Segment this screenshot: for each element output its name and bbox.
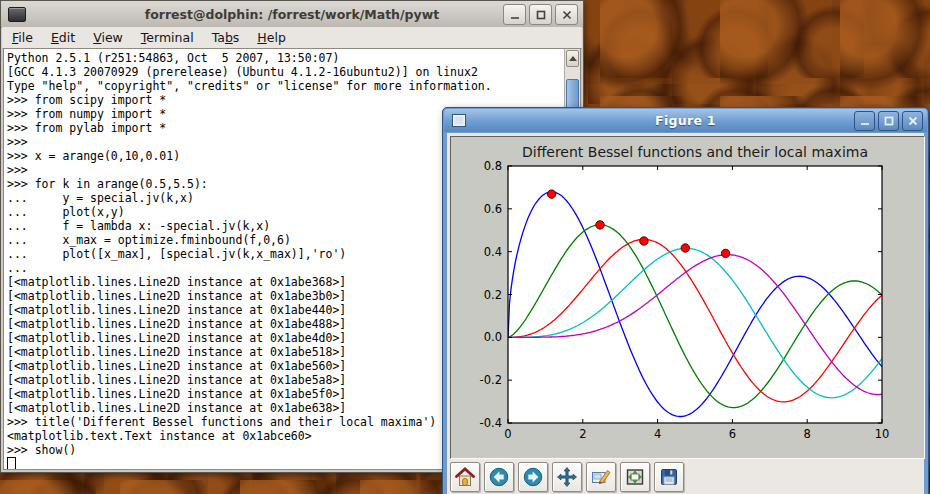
y-tick-label: 0.4 xyxy=(484,245,502,259)
y-tick-label: 0.0 xyxy=(484,330,502,344)
configure-subplots-button[interactable] xyxy=(620,462,650,492)
x-tick-label: 2 xyxy=(579,427,586,441)
x-tick-label: 6 xyxy=(729,427,736,441)
y-tick-label: -0.2 xyxy=(480,373,502,387)
terminal-maximize-button[interactable] xyxy=(529,4,552,25)
x-tick-label: 4 xyxy=(654,427,661,441)
back-button[interactable] xyxy=(484,462,514,492)
x-tick-label: 0 xyxy=(504,427,511,441)
home-button[interactable] xyxy=(450,462,480,492)
home-icon xyxy=(454,466,476,488)
configure-subplots-icon xyxy=(624,466,646,488)
plot-canvas[interactable]: 02468100.80.60.40.20.0-0.2-0.4Different … xyxy=(450,136,925,459)
zoom-to-rect-icon xyxy=(590,466,612,488)
x-tick-label: 10 xyxy=(875,427,890,441)
menu-item-edit[interactable]: Edit xyxy=(42,28,84,47)
figure-close-button[interactable] xyxy=(902,111,923,131)
close-icon xyxy=(908,116,918,126)
terminal-line: [GCC 4.1.3 20070929 (prerelease) (Ubuntu… xyxy=(7,65,562,79)
menu-item-tabs[interactable]: Tabs xyxy=(203,28,249,47)
pan-button[interactable] xyxy=(552,462,582,492)
figure-window: Figure 1 02468100.80.60.40.20.0-0.2-0.4D… xyxy=(442,107,929,494)
figure-titlebar[interactable]: Figure 1 xyxy=(444,109,927,132)
forward-button[interactable] xyxy=(518,462,548,492)
figure-minimize-button[interactable] xyxy=(854,111,875,131)
menu-item-view[interactable]: View xyxy=(84,28,132,47)
terminal-close-button[interactable] xyxy=(555,4,578,25)
terminal-line: Type "help", "copyright", "credits" or "… xyxy=(7,79,562,93)
figure-frame: 02468100.80.60.40.20.0-0.2-0.4Different … xyxy=(447,133,924,494)
scroll-up-button[interactable] xyxy=(566,50,579,67)
x-tick-label: 8 xyxy=(804,427,811,441)
pan-icon xyxy=(556,466,578,488)
menu-item-file[interactable]: File xyxy=(3,28,42,47)
terminal-title: forrest@dolphin: /forrest/work/Math/pywt xyxy=(1,7,583,22)
bessel-plot: 02468100.80.60.40.20.0-0.2-0.4Different … xyxy=(451,137,924,458)
plot-title: Different Bessel functions and their loc… xyxy=(522,144,868,160)
figure-maximize-button[interactable] xyxy=(878,111,899,131)
maximum-marker xyxy=(721,249,729,257)
terminal-menubar: FileEditViewTerminalTabsHelp xyxy=(2,27,582,49)
maximum-marker xyxy=(596,221,604,229)
terminal-app-icon xyxy=(8,7,26,22)
maximum-marker xyxy=(547,190,555,198)
y-tick-label: -0.4 xyxy=(480,416,502,430)
terminal-line: >>> from scipy import * xyxy=(7,93,562,107)
y-tick-label: 0.6 xyxy=(484,202,502,216)
save-button[interactable] xyxy=(654,462,684,492)
back-icon xyxy=(488,466,510,488)
menu-item-terminal[interactable]: Terminal xyxy=(132,28,203,47)
save-icon xyxy=(658,466,680,488)
maximum-marker xyxy=(640,237,648,245)
maximize-icon xyxy=(537,11,544,18)
maximize-icon xyxy=(885,118,892,125)
maximum-marker xyxy=(681,244,689,252)
terminal-titlebar[interactable]: forrest@dolphin: /forrest/work/Math/pywt xyxy=(1,1,583,28)
y-tick-label: 0.8 xyxy=(484,159,502,173)
terminal-line: Python 2.5.1 (r251:54863, Oct 5 2007, 13… xyxy=(7,51,562,65)
close-icon xyxy=(562,10,572,20)
zoom-to-rect-button[interactable] xyxy=(586,462,616,492)
figure-app-icon xyxy=(452,114,466,127)
figure-toolbar xyxy=(450,462,684,494)
terminal-cursor xyxy=(7,457,16,470)
terminal-minimize-button[interactable] xyxy=(503,4,526,25)
y-tick-label: 0.2 xyxy=(484,288,502,302)
menu-item-help[interactable]: Help xyxy=(248,28,295,47)
forward-icon xyxy=(522,466,544,488)
scroll-up-icon xyxy=(569,56,577,61)
